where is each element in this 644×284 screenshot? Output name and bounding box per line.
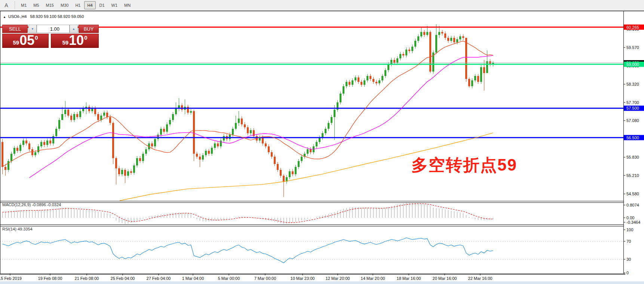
price-axis-label: 57.700 (626, 100, 639, 105)
price-axis-label: 0 (626, 271, 629, 275)
candlestick (289, 171, 291, 177)
candlestick (61, 114, 63, 120)
buy-price-tile[interactable]: 59 10 0 (51, 34, 99, 48)
candlestick (456, 39, 458, 42)
candlestick (223, 136, 225, 141)
date-axis-label: 22 Mar 16:00 (468, 276, 493, 281)
candlestick (441, 32, 443, 33)
candlestick (220, 141, 222, 147)
candlestick (465, 38, 467, 79)
candlestick (387, 64, 389, 70)
date-axis-label: 21 Feb 08:00 (75, 276, 99, 281)
candlestick (142, 154, 144, 161)
candlestick (127, 171, 129, 176)
sell-price-tile[interactable]: 59 05 0 (2, 34, 49, 48)
candlestick (295, 167, 297, 174)
price-tag-label: 59.000 (626, 62, 639, 67)
candlestick (238, 119, 240, 123)
candlestick (364, 80, 365, 85)
candlestick (175, 108, 177, 114)
candlestick (190, 111, 192, 113)
candlestick (124, 170, 126, 176)
candlestick (205, 151, 207, 155)
date-axis-label: 1 Mar 04:00 (182, 276, 204, 281)
candlestick (268, 146, 270, 152)
candlestick (301, 157, 303, 161)
candlestick (334, 110, 335, 117)
candlestick (405, 49, 407, 55)
price-tag-label: 57.500 (626, 106, 639, 110)
price-tag-label: 60.265 (626, 25, 639, 30)
collapse-arrow-icon[interactable]: ▲ (3, 15, 6, 19)
candlestick (55, 129, 57, 136)
buy-price-small: 59 (62, 40, 68, 45)
price-axis-label: 0.00 (626, 216, 634, 220)
candlestick (163, 129, 165, 132)
candlestick (471, 80, 473, 86)
volume-decrease-button[interactable]: ▼ (28, 25, 37, 33)
candlestick (49, 141, 51, 144)
candlestick (136, 158, 138, 166)
candlestick (13, 148, 15, 154)
candlestick (157, 135, 159, 139)
candlestick (25, 141, 27, 144)
candlestick (94, 108, 96, 114)
candlestick (453, 38, 455, 42)
candlestick (232, 129, 234, 135)
candlestick (16, 148, 18, 151)
date-axis-label: 20 Mar 16:00 (433, 276, 457, 281)
candlestick (151, 143, 153, 146)
price-axis-label: 58.320 (626, 82, 639, 86)
candlestick (367, 76, 368, 80)
price-axis-label: 30 (626, 257, 631, 262)
candlestick (462, 36, 464, 38)
candlestick (265, 143, 267, 146)
sell-price-big: 05 (19, 35, 34, 46)
candlestick (411, 47, 413, 51)
candlestick (34, 152, 36, 155)
candlestick (40, 142, 42, 146)
ohlc-values: 58.920 59.100 58.920 59.050 (30, 14, 84, 19)
candlestick (310, 149, 312, 152)
candlestick (241, 119, 243, 125)
candlestick (58, 120, 60, 129)
candlestick (28, 143, 30, 149)
volume-input[interactable]: 1.00 (37, 25, 70, 33)
candlestick (235, 123, 237, 129)
candlestick (196, 154, 198, 157)
candlestick (31, 149, 33, 155)
candlestick (307, 149, 309, 154)
candlestick (402, 54, 404, 55)
candlestick (37, 146, 39, 152)
candlestick (4, 167, 6, 170)
candlestick (139, 158, 141, 161)
price-tag-label: 56.500 (626, 135, 639, 140)
candlestick (154, 139, 156, 147)
date-axis-label: 5 Mar 00:00 (218, 276, 240, 281)
candlestick (64, 110, 66, 114)
price-axis-label: -0.3464 (626, 220, 640, 225)
buy-button[interactable]: BUY (79, 25, 99, 33)
candlestick (166, 124, 168, 132)
candlestick (214, 143, 216, 148)
date-axis-label: 25 Feb 04:00 (111, 276, 135, 281)
price-axis-label: 55.210 (626, 173, 639, 178)
candlestick (88, 107, 90, 111)
candlestick (22, 141, 24, 145)
sell-price-sup: 0 (35, 35, 38, 40)
candlestick (414, 41, 416, 47)
candlestick (106, 113, 108, 117)
candlestick (145, 149, 147, 154)
candlestick (378, 80, 380, 83)
candlestick (187, 107, 189, 113)
candlestick (417, 36, 419, 41)
candlestick (444, 33, 446, 38)
candlestick (346, 82, 347, 86)
candlestick (181, 105, 183, 110)
volume-increase-button[interactable]: ▲ (70, 25, 78, 33)
candlestick (67, 110, 69, 116)
sell-button[interactable]: SELL (2, 25, 28, 33)
chart-header: ▲ USOil-,H4 58.920 59.100 58.920 59.050 (3, 14, 84, 19)
date-axis-label: 10 Mar 23:00 (291, 276, 315, 281)
candlestick (10, 154, 12, 161)
